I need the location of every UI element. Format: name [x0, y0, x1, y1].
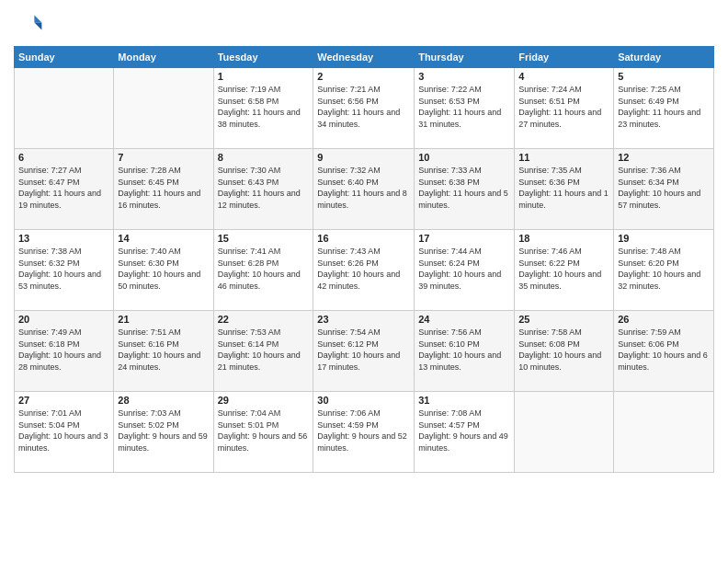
calendar-header-row: SundayMondayTuesdayWednesdayThursdayFrid…: [15, 47, 714, 68]
calendar-cell: [515, 392, 614, 473]
day-info: Sunrise: 7:59 AM Sunset: 6:06 PM Dayligh…: [618, 327, 710, 373]
day-number: 22: [218, 314, 310, 325]
day-info: Sunrise: 7:06 AM Sunset: 4:59 PM Dayligh…: [317, 408, 410, 454]
day-number: 25: [518, 314, 609, 325]
calendar-cell: 1Sunrise: 7:19 AM Sunset: 6:58 PM Daylig…: [213, 68, 313, 149]
day-info: Sunrise: 7:49 AM Sunset: 6:18 PM Dayligh…: [18, 327, 109, 373]
day-number: 12: [618, 152, 710, 163]
calendar-cell: 26Sunrise: 7:59 AM Sunset: 6:06 PM Dayli…: [614, 311, 714, 392]
calendar-cell: 6Sunrise: 7:27 AM Sunset: 6:47 PM Daylig…: [15, 149, 114, 230]
calendar-cell: 29Sunrise: 7:04 AM Sunset: 5:01 PM Dayli…: [213, 392, 313, 473]
calendar-week-5: 27Sunrise: 7:01 AM Sunset: 5:04 PM Dayli…: [15, 392, 714, 473]
calendar-cell: 13Sunrise: 7:38 AM Sunset: 6:32 PM Dayli…: [15, 230, 114, 311]
weekday-header-friday: Friday: [515, 47, 614, 68]
day-info: Sunrise: 7:54 AM Sunset: 6:12 PM Dayligh…: [317, 327, 410, 373]
weekday-header-thursday: Thursday: [415, 47, 515, 68]
calendar-cell: 3Sunrise: 7:22 AM Sunset: 6:53 PM Daylig…: [415, 68, 515, 149]
day-info: Sunrise: 7:40 AM Sunset: 6:30 PM Dayligh…: [118, 246, 209, 292]
calendar-cell: 28Sunrise: 7:03 AM Sunset: 5:02 PM Dayli…: [114, 392, 213, 473]
day-info: Sunrise: 7:38 AM Sunset: 6:32 PM Dayligh…: [18, 246, 109, 292]
day-info: Sunrise: 7:21 AM Sunset: 6:56 PM Dayligh…: [317, 84, 410, 130]
day-info: Sunrise: 7:48 AM Sunset: 6:20 PM Dayligh…: [618, 246, 710, 292]
calendar-cell: 19Sunrise: 7:48 AM Sunset: 6:20 PM Dayli…: [614, 230, 714, 311]
calendar-cell: 10Sunrise: 7:33 AM Sunset: 6:38 PM Dayli…: [415, 149, 515, 230]
day-info: Sunrise: 7:35 AM Sunset: 6:36 PM Dayligh…: [518, 165, 609, 211]
day-number: 24: [418, 314, 510, 325]
day-info: Sunrise: 7:58 AM Sunset: 6:08 PM Dayligh…: [518, 327, 609, 373]
day-info: Sunrise: 7:43 AM Sunset: 6:26 PM Dayligh…: [317, 246, 410, 292]
header: [14, 9, 714, 39]
day-number: 15: [218, 233, 310, 244]
weekday-header-monday: Monday: [114, 47, 213, 68]
day-info: Sunrise: 7:27 AM Sunset: 6:47 PM Dayligh…: [18, 165, 109, 211]
calendar-week-1: 1Sunrise: 7:19 AM Sunset: 6:58 PM Daylig…: [15, 68, 714, 149]
calendar-table: SundayMondayTuesdayWednesdayThursdayFrid…: [14, 46, 714, 473]
day-number: 30: [317, 395, 410, 406]
day-number: 18: [518, 233, 609, 244]
calendar-cell: [15, 68, 114, 149]
day-number: 1: [218, 71, 310, 82]
calendar-cell: 8Sunrise: 7:30 AM Sunset: 6:43 PM Daylig…: [213, 149, 313, 230]
day-info: Sunrise: 7:32 AM Sunset: 6:40 PM Dayligh…: [317, 165, 410, 211]
calendar-week-4: 20Sunrise: 7:49 AM Sunset: 6:18 PM Dayli…: [15, 311, 714, 392]
calendar-cell: [614, 392, 714, 473]
day-number: 31: [418, 395, 510, 406]
day-info: Sunrise: 7:19 AM Sunset: 6:58 PM Dayligh…: [218, 84, 310, 130]
day-info: Sunrise: 7:36 AM Sunset: 6:34 PM Dayligh…: [618, 165, 710, 211]
day-number: 23: [317, 314, 410, 325]
day-number: 3: [418, 71, 510, 82]
day-number: 5: [618, 71, 710, 82]
calendar-cell: [114, 68, 213, 149]
calendar-cell: 7Sunrise: 7:28 AM Sunset: 6:45 PM Daylig…: [114, 149, 213, 230]
day-number: 19: [618, 233, 710, 244]
calendar-cell: 5Sunrise: 7:25 AM Sunset: 6:49 PM Daylig…: [614, 68, 714, 149]
calendar-cell: 17Sunrise: 7:44 AM Sunset: 6:24 PM Dayli…: [415, 230, 515, 311]
day-number: 10: [418, 152, 510, 163]
day-number: 17: [418, 233, 510, 244]
day-number: 7: [118, 152, 209, 163]
calendar-cell: 12Sunrise: 7:36 AM Sunset: 6:34 PM Dayli…: [614, 149, 714, 230]
svg-marker-1: [34, 22, 41, 29]
day-number: 21: [118, 314, 209, 325]
calendar-cell: 23Sunrise: 7:54 AM Sunset: 6:12 PM Dayli…: [313, 311, 415, 392]
calendar-cell: 16Sunrise: 7:43 AM Sunset: 6:26 PM Dayli…: [313, 230, 415, 311]
day-info: Sunrise: 7:41 AM Sunset: 6:28 PM Dayligh…: [218, 246, 310, 292]
logo: [14, 9, 47, 39]
day-info: Sunrise: 7:51 AM Sunset: 6:16 PM Dayligh…: [118, 327, 209, 373]
day-number: 8: [218, 152, 310, 163]
day-number: 27: [18, 395, 109, 406]
calendar-cell: 21Sunrise: 7:51 AM Sunset: 6:16 PM Dayli…: [114, 311, 213, 392]
day-info: Sunrise: 7:01 AM Sunset: 5:04 PM Dayligh…: [18, 408, 109, 454]
day-info: Sunrise: 7:30 AM Sunset: 6:43 PM Dayligh…: [218, 165, 310, 211]
day-info: Sunrise: 7:53 AM Sunset: 6:14 PM Dayligh…: [218, 327, 310, 373]
calendar-week-2: 6Sunrise: 7:27 AM Sunset: 6:47 PM Daylig…: [15, 149, 714, 230]
calendar-cell: 15Sunrise: 7:41 AM Sunset: 6:28 PM Dayli…: [213, 230, 313, 311]
calendar-cell: 11Sunrise: 7:35 AM Sunset: 6:36 PM Dayli…: [515, 149, 614, 230]
calendar-cell: 24Sunrise: 7:56 AM Sunset: 6:10 PM Dayli…: [415, 311, 515, 392]
calendar-cell: 22Sunrise: 7:53 AM Sunset: 6:14 PM Dayli…: [213, 311, 313, 392]
day-number: 4: [518, 71, 609, 82]
logo-icon: [14, 9, 43, 39]
weekday-header-wednesday: Wednesday: [313, 47, 415, 68]
weekday-header-sunday: Sunday: [15, 47, 114, 68]
calendar-cell: 30Sunrise: 7:06 AM Sunset: 4:59 PM Dayli…: [313, 392, 415, 473]
day-info: Sunrise: 7:03 AM Sunset: 5:02 PM Dayligh…: [118, 408, 209, 454]
day-number: 11: [518, 152, 609, 163]
day-info: Sunrise: 7:44 AM Sunset: 6:24 PM Dayligh…: [418, 246, 510, 292]
day-info: Sunrise: 7:33 AM Sunset: 6:38 PM Dayligh…: [418, 165, 510, 211]
day-info: Sunrise: 7:08 AM Sunset: 4:57 PM Dayligh…: [418, 408, 510, 454]
calendar-cell: 18Sunrise: 7:46 AM Sunset: 6:22 PM Dayli…: [515, 230, 614, 311]
calendar-week-3: 13Sunrise: 7:38 AM Sunset: 6:32 PM Dayli…: [15, 230, 714, 311]
calendar-cell: 9Sunrise: 7:32 AM Sunset: 6:40 PM Daylig…: [313, 149, 415, 230]
calendar-cell: 20Sunrise: 7:49 AM Sunset: 6:18 PM Dayli…: [15, 311, 114, 392]
day-number: 6: [18, 152, 109, 163]
svg-marker-0: [34, 15, 41, 22]
page: SundayMondayTuesdayWednesdayThursdayFrid…: [0, 0, 728, 563]
calendar-cell: 31Sunrise: 7:08 AM Sunset: 4:57 PM Dayli…: [415, 392, 515, 473]
day-number: 28: [118, 395, 209, 406]
day-info: Sunrise: 7:04 AM Sunset: 5:01 PM Dayligh…: [218, 408, 310, 454]
day-info: Sunrise: 7:46 AM Sunset: 6:22 PM Dayligh…: [518, 246, 609, 292]
day-info: Sunrise: 7:25 AM Sunset: 6:49 PM Dayligh…: [618, 84, 710, 130]
day-number: 2: [317, 71, 410, 82]
calendar-cell: 25Sunrise: 7:58 AM Sunset: 6:08 PM Dayli…: [515, 311, 614, 392]
